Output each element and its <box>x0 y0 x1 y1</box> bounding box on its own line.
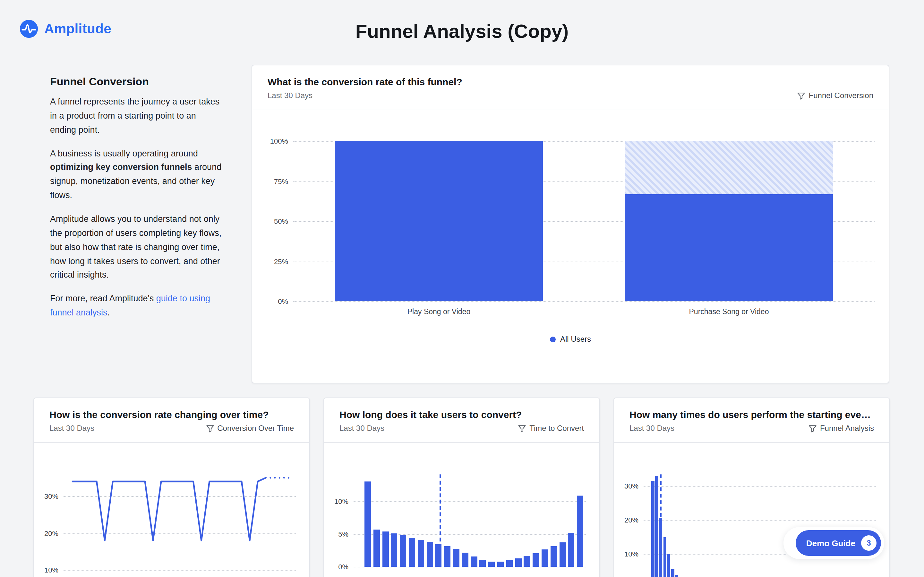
intro-p2-text: A business is usually operating around <box>50 148 198 158</box>
card-divider <box>252 110 889 110</box>
time-to-convert-card: How long does it take users to convert? … <box>323 398 600 577</box>
funnel-conversion-card: What is the conversion rate of this funn… <box>252 65 889 384</box>
conversion-over-time-card: How is the conversion rate changing over… <box>33 398 310 577</box>
time-to-convert-plot[interactable]: 0%5%10% <box>324 398 599 577</box>
funnel-conversion-plot[interactable]: 0%25%50%75%100%Play Song or VideoPurchas… <box>293 141 875 301</box>
demo-guide-button[interactable]: Demo Guide 3 <box>796 530 881 556</box>
intro-paragraph-4: For more, read Amplitude's guide to usin… <box>50 292 222 320</box>
demo-guide-label: Demo Guide <box>806 538 855 548</box>
intro-paragraph-2: A business is usually operating around o… <box>50 147 222 203</box>
page-title: Funnel Analysis (Copy) <box>0 21 924 42</box>
funnel-filter-icon <box>797 91 806 100</box>
date-range-label: Last 30 Days <box>268 91 312 100</box>
demo-guide-container[interactable]: Demo Guide 3 <box>783 527 884 559</box>
demo-guide-badge: 3 <box>861 535 877 551</box>
dashboard-page: Amplitude Funnel Analysis (Copy) Funnel … <box>0 0 924 577</box>
legend-label-all-users: All Users <box>560 335 591 343</box>
intro-heading: Funnel Conversion <box>50 76 222 89</box>
card-header: What is the conversion rate of this funn… <box>252 65 889 110</box>
conversion-over-time-plot[interactable]: 10%20%30% <box>34 398 309 577</box>
funnel-card-title[interactable]: What is the conversion rate of this funn… <box>268 76 873 87</box>
legend-dot-all-users <box>550 336 556 342</box>
intro-panel: Funnel Conversion A funnel represents th… <box>50 76 222 330</box>
chip-funnel-conversion[interactable]: Funnel Conversion <box>797 91 873 100</box>
chip-label: Funnel Conversion <box>809 91 873 100</box>
intro-p4-text: For more, read Amplitude's <box>50 294 156 303</box>
intro-paragraph-3: Amplitude allows you to understand not o… <box>50 212 222 282</box>
intro-p4-text-post: . <box>107 308 110 318</box>
chart-legend[interactable]: All Users <box>252 335 889 343</box>
intro-p2-bold: optimizing key conversion funnels <box>50 163 192 172</box>
card-subheader: Last 30 Days Funnel Conversion <box>268 91 873 110</box>
intro-paragraph-1: A funnel represents the journey a user t… <box>50 95 222 137</box>
